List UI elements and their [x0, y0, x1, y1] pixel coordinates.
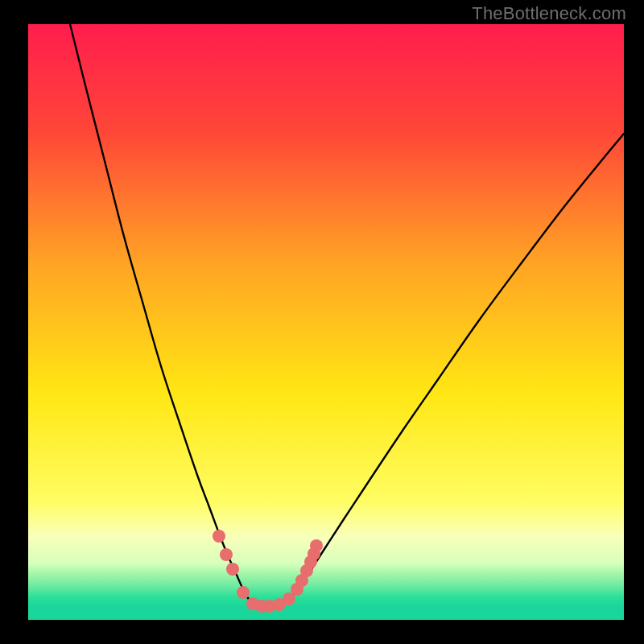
chart-frame: TheBottleneck.com: [0, 0, 644, 644]
valley-marker: [310, 539, 323, 552]
valley-marker: [226, 563, 239, 576]
right-branch: [284, 134, 624, 604]
curve-layer: [28, 24, 624, 620]
valley-markers: [213, 530, 323, 613]
valley-marker: [237, 586, 250, 599]
plot-area: [28, 24, 624, 620]
valley-marker: [220, 548, 233, 561]
valley-marker: [213, 530, 225, 543]
left-branch: [70, 24, 253, 604]
watermark-label: TheBottleneck.com: [472, 3, 626, 24]
